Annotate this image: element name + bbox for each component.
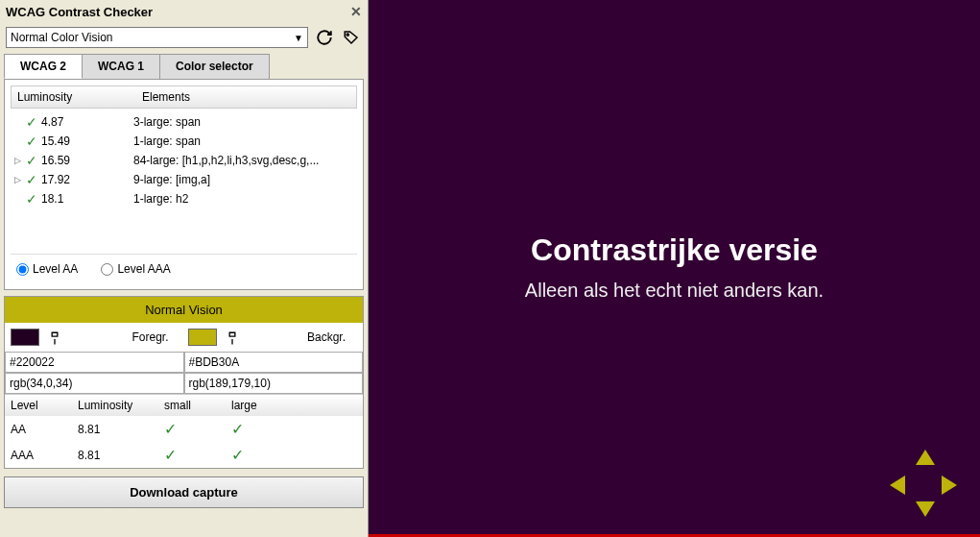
normal-vision-header: Normal Vision: [5, 297, 363, 323]
level-row: AAA 8.81 ✓ ✓: [5, 442, 363, 468]
foreground-hex-input[interactable]: [5, 352, 184, 373]
tab-color-selector[interactable]: Color selector: [159, 54, 270, 79]
table-row[interactable]: ✓18.11-large: h2: [11, 189, 357, 208]
download-capture-button[interactable]: Download capture: [4, 476, 364, 508]
check-icon: ✓: [226, 442, 363, 468]
radio-aaa-input[interactable]: [101, 263, 113, 276]
foreground-swatch[interactable]: [11, 329, 39, 346]
rgb-row: [5, 373, 363, 394]
hex-row: [5, 352, 363, 373]
table-row[interactable]: ▷✓16.5984-large: [h1,p,h2,li,h3,svg,desc…: [11, 151, 357, 170]
row-lum: 17.92: [41, 173, 133, 186]
table-row[interactable]: ▷✓17.929-large: [img,a]: [11, 170, 357, 189]
check-icon: ✓: [26, 172, 41, 187]
level-radios: Level AA Level AAA: [11, 254, 357, 283]
close-icon[interactable]: ✕: [350, 4, 362, 19]
radio-level-aaa[interactable]: Level AAA: [101, 262, 170, 276]
background-cell: Backgr.: [188, 329, 358, 346]
expand-icon[interactable]: ▷: [14, 175, 26, 184]
refresh-icon[interactable]: [314, 27, 335, 48]
wcag-panel: WCAG Contrast Checker ✕ Normal Color Vis…: [0, 0, 369, 537]
col-small: small: [158, 395, 226, 416]
col-large: large: [226, 395, 363, 416]
col-luminosity[interactable]: Luminosity: [12, 86, 136, 108]
radio-level-aa[interactable]: Level AA: [16, 262, 78, 276]
eyedropper-icon[interactable]: [44, 327, 66, 349]
preview-pane: Contrastrijke versie Alleen als het echt…: [369, 0, 980, 537]
row-lum: 4.87: [41, 115, 133, 129]
row-el: 84-large: [h1,p,h2,li,h3,svg,desc,g,...: [133, 154, 353, 167]
row-el: 3-large: span: [133, 115, 353, 129]
preview-subheading: Alleen als het echt niet anders kan.: [525, 280, 824, 302]
arrow-down-icon[interactable]: [916, 501, 935, 517]
level-table-head: Level Luminosity small large: [5, 395, 363, 416]
background-rgb-input[interactable]: [184, 373, 364, 394]
chevron-down-icon: ▼: [294, 33, 303, 43]
swatch-row: Foregr. Backgr.: [5, 323, 363, 352]
check-icon: ✓: [226, 416, 363, 442]
svg-point-0: [347, 34, 348, 36]
results-rows: ✓4.873-large: span ✓15.491-large: span ▷…: [11, 109, 357, 254]
foreground-rgb-input[interactable]: [5, 373, 184, 394]
vision-row: Normal Color Vision ▼: [0, 23, 368, 52]
panel-title: WCAG Contrast Checker: [6, 5, 153, 19]
nav-arrows: [890, 450, 957, 517]
tag-icon[interactable]: [341, 27, 362, 48]
arrow-right-icon[interactable]: [942, 476, 957, 495]
check-icon: ✓: [26, 191, 41, 207]
tab-wcag2[interactable]: WCAG 2: [4, 54, 83, 79]
background-swatch[interactable]: [188, 329, 217, 346]
level-table: Level Luminosity small large AA 8.81 ✓ ✓…: [5, 394, 363, 468]
cell-level: AAA: [5, 445, 72, 466]
vision-select[interactable]: Normal Color Vision ▼: [6, 27, 308, 48]
check-icon: ✓: [158, 442, 226, 468]
row-lum: 16.59: [41, 154, 133, 167]
radio-aa-input[interactable]: [16, 263, 29, 276]
results-pane: Luminosity Elements ✓4.873-large: span ✓…: [4, 79, 364, 290]
check-icon: ✓: [26, 114, 41, 130]
color-panel: Normal Vision Foregr. Backgr. Level: [4, 296, 364, 469]
expand-icon[interactable]: ▷: [14, 156, 26, 165]
row-lum: 18.1: [41, 192, 133, 206]
background-hex-input[interactable]: [184, 352, 364, 373]
results-header: Luminosity Elements: [11, 85, 357, 109]
cell-lum: 8.81: [72, 419, 158, 440]
check-icon: ✓: [26, 153, 41, 168]
table-row[interactable]: ✓4.873-large: span: [11, 112, 357, 132]
row-el: 9-large: [img,a]: [133, 173, 353, 186]
table-row[interactable]: ✓15.491-large: span: [11, 132, 357, 151]
preview-heading: Contrastrijke versie: [531, 232, 818, 268]
check-icon: ✓: [158, 416, 226, 442]
panel-titlebar: WCAG Contrast Checker ✕: [0, 0, 368, 23]
arrow-up-icon[interactable]: [916, 450, 935, 465]
eyedropper-icon[interactable]: [221, 327, 243, 349]
foreground-cell: Foregr.: [11, 329, 180, 346]
vision-select-value: Normal Color Vision: [11, 31, 112, 44]
row-el: 1-large: h2: [133, 192, 353, 206]
tabs: WCAG 2 WCAG 1 Color selector: [0, 54, 368, 79]
col-luminosity2: Luminosity: [72, 395, 158, 416]
check-icon: ✓: [26, 134, 41, 149]
row-lum: 15.49: [41, 134, 133, 148]
foreground-label: Foregr.: [131, 330, 179, 344]
row-el: 1-large: span: [133, 134, 353, 148]
cell-level: AA: [5, 419, 72, 440]
col-elements[interactable]: Elements: [136, 86, 356, 108]
level-row: AA 8.81 ✓ ✓: [5, 416, 363, 442]
tab-wcag1[interactable]: WCAG 1: [82, 54, 160, 79]
background-label: Backgr.: [307, 330, 357, 344]
cell-lum: 8.81: [72, 445, 158, 466]
col-level: Level: [5, 395, 72, 416]
arrow-left-icon[interactable]: [890, 476, 905, 495]
